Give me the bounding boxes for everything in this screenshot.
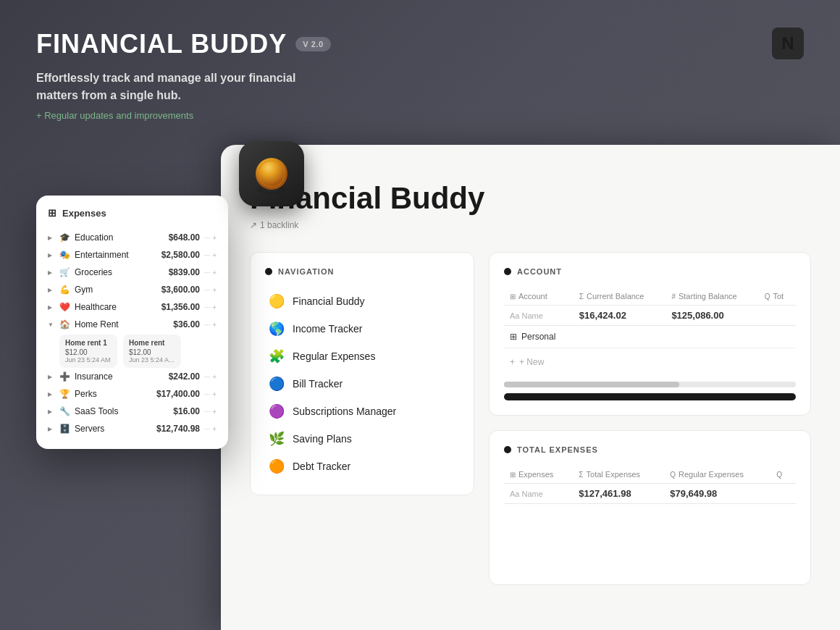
grid-icon: ⊞ [510,293,516,301]
expense-actions[interactable]: ··· + [204,234,217,242]
dot-icon [265,268,272,275]
bill-tracker-icon: 🔵 [268,376,285,392]
expand-arrow: ▶ [48,252,55,259]
header: FINANCIAL BUDDY V 2.0 Effortlessly track… [36,29,804,121]
expense-actions[interactable]: ··· + [204,321,217,329]
add-new-label: + New [519,357,544,367]
expense-row-left: ▶ ❤️ Healthcare [48,302,161,312]
expense-icon: 💪 [59,285,70,295]
expense-actions[interactable]: ··· + [204,286,217,294]
search-icon: Q [765,293,770,301]
main-panel-inner: Financial Buddy ↗ 1 backlink NAVIGATION … [221,145,840,630]
tagline: Effortlessly track and manage all your f… [36,70,311,104]
sub-card-title: Home rent 1 [65,339,112,347]
expense-amount: $2,580.00 [161,250,200,260]
expense-actions[interactable]: ··· + [204,373,217,381]
total-expenses-title: TOTAL EXPENSES [517,445,598,454]
backlink-arrow-icon: ↗ [250,220,257,230]
account-name: ⊞ Personal [504,326,574,348]
table-subheader-row: Aa Name $127,461.98 $79,649.98 [504,484,796,504]
col-regular-value: $79,649.98 [664,484,770,504]
expense-actions[interactable]: ··· + [204,303,217,311]
expense-actions[interactable]: ··· + [204,390,217,398]
expense-amount: $839.00 [169,267,200,277]
sub-card: Home rent 1 $12.00 Jun 23 5:24 AM [59,335,117,368]
expense-amount: $16.00 [173,406,200,416]
account-block: ACCOUNT ⊞Account ΣCurrent Balance #Start… [489,252,811,416]
nav-item-subscriptions-manager[interactable]: 🟣 Subscriptions Manager [265,398,459,425]
nav-item-bill-tracker[interactable]: 🔵 Bill Tracker [265,370,459,398]
col-total-value: $127,461.98 [573,484,664,504]
expense-row-left: ▶ 🔧 SaaS Tools [48,406,173,416]
expense-actions[interactable]: ··· + [204,425,217,433]
expense-actions[interactable]: ··· + [204,269,217,277]
sigma-icon: Σ [579,293,584,301]
account-tot [759,326,796,348]
nav-item-income-tracker[interactable]: 🌎 Income Tracker [265,315,459,343]
backlink[interactable]: ↗ 1 backlink [250,220,811,230]
navigation-title: NAVIGATION [278,267,334,276]
table-header-row: ⊞Account ΣCurrent Balance #Starting Bala… [504,287,796,306]
list-item[interactable]: ▶ 🔧 SaaS Tools $16.00 ··· + [48,403,217,420]
expenses-panel: ⊞ Expenses ▶ 🎓 Education $648.00 ··· + ▶… [36,196,228,449]
col-extra: Q [770,466,796,484]
hash-icon: # [671,293,676,301]
expense-name: Groceries [75,267,112,277]
nav-item-financial-buddy[interactable]: 🟡 Financial Buddy [265,287,459,315]
expense-row-left: ▶ ➕ Insurance [48,371,169,382]
nav-item-debt-tracker[interactable]: 🟠 Debt Tracker [265,453,459,480]
list-item[interactable]: ▶ 🗄️ Servers $12,740.98 ··· + [48,420,217,437]
expense-actions[interactable]: ··· + [204,408,217,416]
col-balance-value: $16,424.02 [574,306,666,326]
app-icon-container [239,141,304,206]
expand-arrow: ▶ [48,408,55,415]
regular-expenses-icon: 🧩 [268,348,285,364]
expense-row-left: ▶ 🛒 Groceries [48,267,169,277]
add-new-button[interactable]: + + New [504,351,796,373]
expenses-panel-header: ⊞ Expenses [48,207,217,219]
nav-item-regular-expenses[interactable]: 🧩 Regular Expenses [265,343,459,370]
list-item[interactable]: ▶ 💪 Gym $3,600.00 ··· + [48,281,217,298]
grid-icon: ⊞ [48,207,56,219]
plus-icon: + [510,357,515,367]
grid-icon: ⊞ [510,471,516,479]
nav-item-label: Regular Expenses [293,350,375,362]
dot-icon [504,268,511,275]
expense-row-left: ▶ 🏆 Perks [48,389,156,399]
expense-row-left: ▶ 🗄️ Servers [48,424,156,434]
list-item[interactable]: ▶ ❤️ Healthcare $1,356.00 ··· + [48,298,217,316]
col-total-expenses: ΣTotal Expenses [573,466,664,484]
income-tracker-icon: 🌎 [268,321,285,337]
expense-amount: $242.00 [169,371,200,382]
list-item[interactable]: ▶ 🎭 Entertainment $2,580.00 ··· + [48,246,217,264]
svg-point-1 [256,158,287,190]
col-account: ⊞Account [504,287,574,306]
app-icon [239,141,304,206]
expense-icon: 🏆 [59,389,70,399]
list-item[interactable]: ▶ 🛒 Groceries $839.00 ··· + [48,264,217,281]
sigma-icon: Σ [579,471,583,479]
total-expenses-header: TOTAL EXPENSES [504,445,796,454]
dark-bar [504,393,796,400]
list-item[interactable]: ▶ ➕ Insurance $242.00 ··· + [48,368,217,385]
navigation-header: NAVIGATION [265,267,459,276]
list-item[interactable]: ▶ 🎓 Education $648.00 ··· + [48,229,217,246]
list-item[interactable]: ▼ 🏠 Home Rent $36.00 ··· + [48,316,217,333]
sub-card-date: Jun 23 5:24 A... [129,356,175,364]
title-row: FINANCIAL BUDDY V 2.0 [36,29,804,59]
expense-amount: $648.00 [169,232,200,243]
expand-arrow: ▶ [48,391,55,398]
account-table-container: ⊞Account ΣCurrent Balance #Starting Bala… [504,287,796,373]
nav-item-label: Saving Plans [293,433,352,445]
expense-icon: 🔧 [59,406,70,416]
table-row[interactable]: ⊞ Personal [504,326,796,348]
expense-name: Education [75,232,113,243]
expense-icon: ❤️ [59,302,70,312]
col-current-balance: ΣCurrent Balance [574,287,666,306]
nav-item-saving-plans[interactable]: 🌿 Saving Plans [265,425,459,453]
col-name-sub: Aa Name [504,484,573,504]
list-item[interactable]: ▶ 🏆 Perks $17,400.00 ··· + [48,385,217,403]
col-tot-value [759,306,796,326]
expense-amount: $17,400.00 [156,389,200,399]
expense-actions[interactable]: ··· + [204,251,217,259]
